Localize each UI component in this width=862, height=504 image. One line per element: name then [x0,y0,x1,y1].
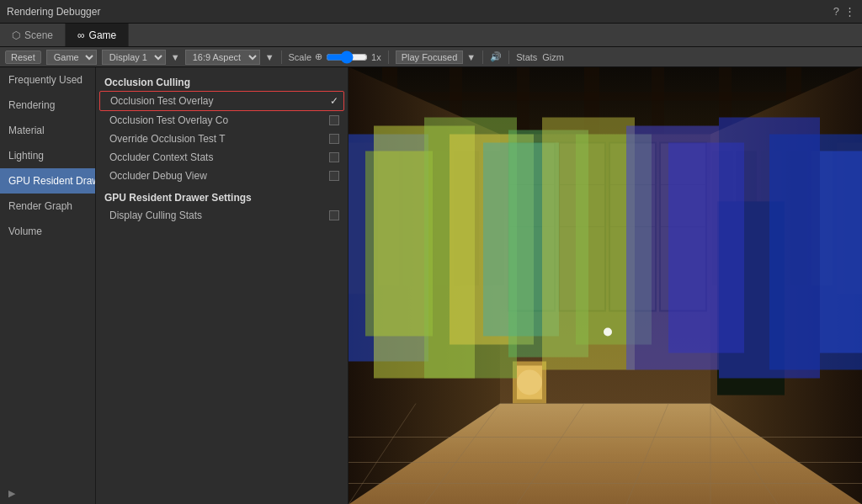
sidebar-item-gpu-resident-draw[interactable]: GPU Resident Draw [0,168,95,194]
separator-1 [281,50,282,64]
separator-2 [388,50,389,64]
menu-item-occluder-debug-view[interactable]: Occluder Debug View [96,167,348,185]
game-select[interactable]: Game [46,50,97,65]
reset-button[interactable]: Reset [5,50,41,64]
occlusion-test-overlay-label: Occlusion Test Overlay [110,95,214,107]
occlusion-test-overlay-cc-label: Occlusion Test Overlay Co [109,114,228,126]
checkbox-occlusion-cc[interactable] [329,115,339,125]
sidebar-item-material[interactable]: Material [0,118,95,143]
mute-icon[interactable]: 🔊 [490,51,502,62]
play-focused-button[interactable]: Play Focused [396,50,464,64]
more-icon[interactable]: ⋮ [844,5,855,18]
play-focused-dropdown[interactable]: ▼ [466,52,476,62]
sidebar-item-rendering[interactable]: Rendering [0,93,95,118]
sidebar-item-frequently-used[interactable]: Frequently Used [0,67,95,93]
tab-scene-label: Scene [24,29,53,41]
separator-3 [482,50,483,64]
gizmos-label[interactable]: Gizm [542,52,564,62]
display-separator: ▼ [171,52,180,62]
stats-label[interactable]: Stats [516,52,537,62]
checkbox-context-stats[interactable] [329,152,339,162]
sidebar-item-lighting[interactable]: Lighting [0,143,95,168]
game-viewport[interactable] [349,67,862,504]
display-culling-stats-label: Display Culling Stats [109,210,202,221]
content-panel: Occlusion Culling Occlusion Test Overlay… [96,67,349,504]
tab-game[interactable]: ∞ Game [66,24,129,46]
scale-value: 1x [371,52,381,62]
svg-rect-67 [820,151,862,353]
scale-icon: ⊕ [315,51,322,62]
scene-icon: ⬡ [12,29,20,41]
menu-item-override-occlusion[interactable]: Override Occlusion Test T [96,130,348,148]
tab-game-label: Game [89,29,117,41]
menu-item-occluder-context-stats[interactable]: Occluder Context Stats [96,148,348,167]
tab-scene[interactable]: ⬡ Scene [0,24,66,46]
occlusion-culling-header: Occlusion Culling [96,72,348,91]
separator-4 [508,50,509,64]
collapse-icon: ▶ [8,488,15,499]
svg-point-51 [517,370,542,395]
checkbox-culling-stats[interactable] [329,210,339,220]
menu-item-display-culling-stats[interactable]: Display Culling Stats [96,206,348,225]
display-select[interactable]: Display 1 [102,50,166,65]
menu-item-occlusion-test-overlay[interactable]: Occlusion Test Overlay ✓ [99,91,344,111]
game-icon: ∞ [77,29,85,41]
scale-control: Scale ⊕ 1x [289,50,381,64]
tab-bar: ⬡ Scene ∞ Game [0,24,862,47]
occluder-debug-view-label: Occluder Debug View [109,170,207,182]
toolbar: Reset Game Display 1 ▼ 16:9 Aspect ▼ Sca… [0,47,862,67]
menu-item-occlusion-test-overlay-cc[interactable]: Occlusion Test Overlay Co [96,111,348,130]
sidebar-collapse-button[interactable]: ▶ [0,483,95,504]
help-icon[interactable]: ? [833,5,839,18]
occluder-context-stats-label: Occluder Context Stats [109,151,213,163]
aspect-select[interactable]: 16:9 Aspect [185,50,260,65]
svg-rect-8 [349,93,862,101]
check-icon: ✓ [330,95,338,107]
sidebar-item-render-graph[interactable]: Render Graph [0,194,95,219]
svg-point-68 [604,328,612,337]
scale-slider[interactable] [326,50,368,64]
checkbox-debug-view[interactable] [329,171,339,181]
sidebar: Frequently Used Rendering Material Light… [0,67,96,504]
aspect-dropdown-icon: ▼ [265,52,274,62]
sidebar-item-volume[interactable]: Volume [0,219,95,244]
window-title: Rendering Debugger [7,6,100,18]
main-layout: Frequently Used Rendering Material Light… [0,67,862,504]
title-bar-icons: ? ⋮ [833,5,855,18]
play-focused-area: Play Focused ▼ [396,50,476,64]
viewport-scene [349,67,862,504]
scale-label: Scale [289,52,312,62]
title-bar: Rendering Debugger ? ⋮ [0,0,862,24]
checkbox-override[interactable] [329,134,339,144]
override-occlusion-label: Override Occlusion Test T [109,133,226,145]
gpu-section-header: GPU Resident Drawer Settings [96,185,348,206]
